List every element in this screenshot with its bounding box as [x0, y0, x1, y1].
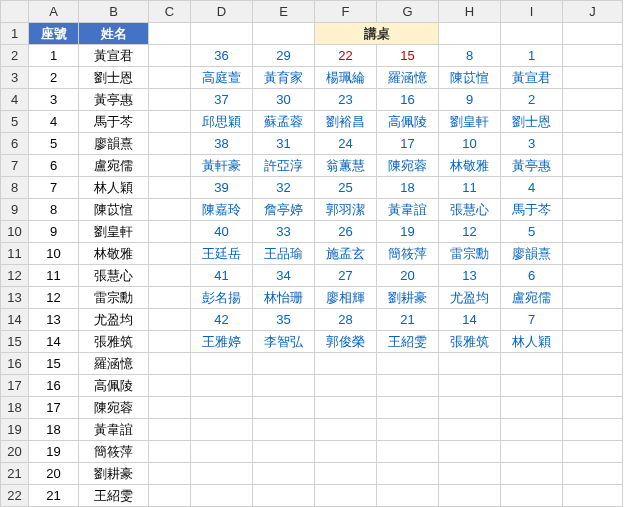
cell-G16[interactable]	[377, 353, 439, 375]
cell-D22[interactable]	[191, 485, 253, 507]
cell-I18[interactable]	[501, 397, 563, 419]
cell-J2[interactable]	[563, 45, 623, 67]
cell-D16[interactable]	[191, 353, 253, 375]
cell-A2[interactable]: 1	[29, 45, 79, 67]
cell-D14[interactable]: 42	[191, 309, 253, 331]
cell-J8[interactable]	[563, 177, 623, 199]
cell-F4[interactable]: 23	[315, 89, 377, 111]
cell-E19[interactable]	[253, 419, 315, 441]
cell-C10[interactable]	[149, 221, 191, 243]
cell-H17[interactable]	[439, 375, 501, 397]
cell-C8[interactable]	[149, 177, 191, 199]
cell-B22[interactable]: 王紹雯	[79, 485, 149, 507]
cell-C6[interactable]	[149, 133, 191, 155]
row-header-10[interactable]: 10	[1, 221, 29, 243]
cell-C4[interactable]	[149, 89, 191, 111]
cell-E12[interactable]: 34	[253, 265, 315, 287]
cell-A13[interactable]: 12	[29, 287, 79, 309]
cell-B2[interactable]: 黃宣君	[79, 45, 149, 67]
cell-E17[interactable]	[253, 375, 315, 397]
cell-G14[interactable]: 21	[377, 309, 439, 331]
cell-F17[interactable]	[315, 375, 377, 397]
cell-G3[interactable]: 羅涵憶	[377, 67, 439, 89]
col-header-C[interactable]: C	[149, 1, 191, 23]
cell-E11[interactable]: 王品瑜	[253, 243, 315, 265]
col-header-E[interactable]: E	[253, 1, 315, 23]
cell-D21[interactable]	[191, 463, 253, 485]
cell-G17[interactable]	[377, 375, 439, 397]
cell-H1[interactable]	[439, 23, 501, 45]
cell-G2[interactable]: 15	[377, 45, 439, 67]
desk-label[interactable]: 講桌	[315, 23, 439, 45]
cell-A16[interactable]: 15	[29, 353, 79, 375]
cell-C12[interactable]	[149, 265, 191, 287]
cell-B19[interactable]: 黃韋誼	[79, 419, 149, 441]
cell-J10[interactable]	[563, 221, 623, 243]
cell-H4[interactable]: 9	[439, 89, 501, 111]
cell-I22[interactable]	[501, 485, 563, 507]
cell-B7[interactable]: 盧宛儒	[79, 155, 149, 177]
cell-F3[interactable]: 楊珮綸	[315, 67, 377, 89]
cell-H9[interactable]: 張慧心	[439, 199, 501, 221]
cell-D4[interactable]: 37	[191, 89, 253, 111]
cell-H7[interactable]: 林敬雅	[439, 155, 501, 177]
cell-J13[interactable]	[563, 287, 623, 309]
cell-G18[interactable]	[377, 397, 439, 419]
cell-H16[interactable]	[439, 353, 501, 375]
cell-B3[interactable]: 劉士恩	[79, 67, 149, 89]
cell-C3[interactable]	[149, 67, 191, 89]
cell-B18[interactable]: 陳宛蓉	[79, 397, 149, 419]
cell-B21[interactable]: 劉耕豪	[79, 463, 149, 485]
cell-D10[interactable]: 40	[191, 221, 253, 243]
cell-I1[interactable]	[501, 23, 563, 45]
row-header-2[interactable]: 2	[1, 45, 29, 67]
cell-I4[interactable]: 2	[501, 89, 563, 111]
cell-E6[interactable]: 31	[253, 133, 315, 155]
cell-A14[interactable]: 13	[29, 309, 79, 331]
cell-A12[interactable]: 11	[29, 265, 79, 287]
cell-C21[interactable]	[149, 463, 191, 485]
cell-C16[interactable]	[149, 353, 191, 375]
cell-J5[interactable]	[563, 111, 623, 133]
cell-F7[interactable]: 翁蕙慧	[315, 155, 377, 177]
cell-E18[interactable]	[253, 397, 315, 419]
cell-I16[interactable]	[501, 353, 563, 375]
cell-G22[interactable]	[377, 485, 439, 507]
row-header-17[interactable]: 17	[1, 375, 29, 397]
cell-J18[interactable]	[563, 397, 623, 419]
cell-J4[interactable]	[563, 89, 623, 111]
cell-B11[interactable]: 林敬雅	[79, 243, 149, 265]
cell-E15[interactable]: 李智弘	[253, 331, 315, 353]
cell-C22[interactable]	[149, 485, 191, 507]
cell-G19[interactable]	[377, 419, 439, 441]
cell-E4[interactable]: 30	[253, 89, 315, 111]
cell-A17[interactable]: 16	[29, 375, 79, 397]
col-header-I[interactable]: I	[501, 1, 563, 23]
cell-F14[interactable]: 28	[315, 309, 377, 331]
cell-B10[interactable]: 劉皇軒	[79, 221, 149, 243]
cell-F2[interactable]: 22	[315, 45, 377, 67]
cell-F22[interactable]	[315, 485, 377, 507]
cell-C5[interactable]	[149, 111, 191, 133]
cell-G10[interactable]: 19	[377, 221, 439, 243]
cell-B6[interactable]: 廖韻熹	[79, 133, 149, 155]
cell-E8[interactable]: 32	[253, 177, 315, 199]
row-header-12[interactable]: 12	[1, 265, 29, 287]
cell-B5[interactable]: 馬于芩	[79, 111, 149, 133]
cell-A15[interactable]: 14	[29, 331, 79, 353]
cell-I3[interactable]: 黃宣君	[501, 67, 563, 89]
cell-A3[interactable]: 2	[29, 67, 79, 89]
cell-J6[interactable]	[563, 133, 623, 155]
cell-B15[interactable]: 張雅筑	[79, 331, 149, 353]
cell-B20[interactable]: 簡筱萍	[79, 441, 149, 463]
cell-A22[interactable]: 21	[29, 485, 79, 507]
cell-E14[interactable]: 35	[253, 309, 315, 331]
cell-A7[interactable]: 6	[29, 155, 79, 177]
cell-B4[interactable]: 黃亭惠	[79, 89, 149, 111]
cell-I5[interactable]: 劉士恩	[501, 111, 563, 133]
spreadsheet[interactable]: ABCDEFGHIJ 1座號姓名講桌21黃宣君362922158132劉士恩高庭…	[0, 0, 623, 507]
cell-C9[interactable]	[149, 199, 191, 221]
cell-H15[interactable]: 張雅筑	[439, 331, 501, 353]
cell-G13[interactable]: 劉耕豪	[377, 287, 439, 309]
cell-H11[interactable]: 雷宗勳	[439, 243, 501, 265]
